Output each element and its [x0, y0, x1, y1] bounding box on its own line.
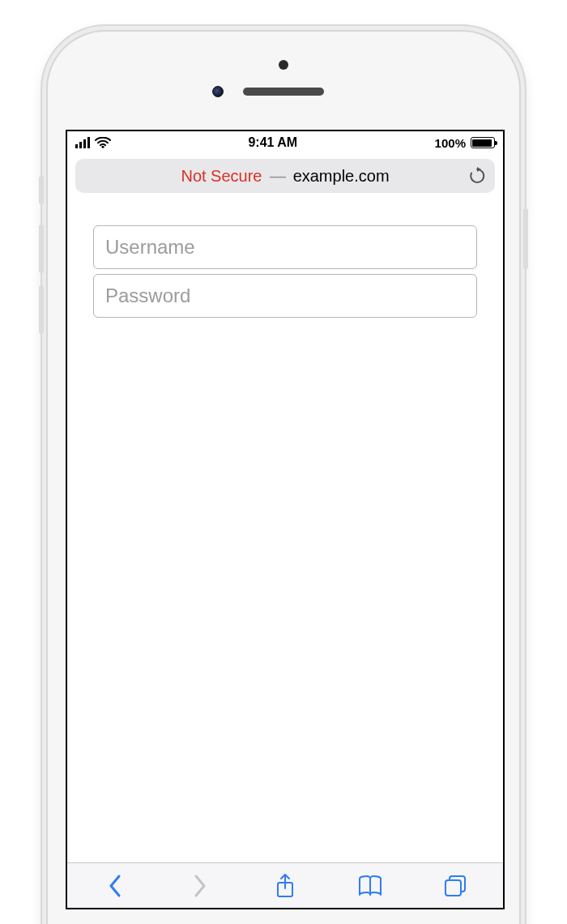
- phone-screen: 9:41 AM 100% Not Secure — example.com: [66, 130, 505, 909]
- wifi-icon: [95, 137, 111, 148]
- status-time: 9:41 AM: [248, 135, 297, 150]
- volume-up-button: [39, 225, 44, 273]
- web-page-content: [67, 201, 503, 347]
- forward-button[interactable]: [184, 870, 216, 902]
- share-button[interactable]: [269, 870, 301, 902]
- power-button: [523, 208, 528, 269]
- address-separator: —: [266, 167, 288, 185]
- address-bar[interactable]: Not Secure — example.com: [75, 159, 495, 193]
- password-field[interactable]: [93, 274, 477, 318]
- reload-icon: [469, 167, 485, 185]
- address-bar-text: Not Secure — example.com: [111, 167, 459, 186]
- bookmarks-button[interactable]: [354, 870, 386, 902]
- chevron-right-icon: [193, 874, 207, 898]
- reload-button[interactable]: [466, 167, 485, 185]
- svg-point-0: [102, 146, 104, 148]
- iphone-device-frame: 9:41 AM 100% Not Secure — example.com: [40, 24, 526, 924]
- battery-icon: [471, 137, 495, 148]
- proximity-sensor: [212, 86, 224, 97]
- chevron-left-icon: [108, 874, 122, 898]
- tabs-button[interactable]: [439, 870, 471, 902]
- safari-toolbar: [67, 862, 503, 908]
- tabs-icon: [443, 874, 467, 898]
- address-domain: example.com: [293, 167, 390, 185]
- mute-switch: [39, 176, 44, 204]
- back-button[interactable]: [99, 870, 131, 902]
- front-camera: [279, 60, 288, 70]
- share-icon: [275, 873, 296, 899]
- book-icon: [357, 875, 383, 897]
- security-status-label: Not Secure: [181, 167, 262, 185]
- cellular-signal-icon: [75, 137, 90, 148]
- volume-down-button: [39, 285, 44, 334]
- svg-rect-4: [446, 880, 461, 896]
- status-bar: 9:41 AM 100%: [67, 131, 503, 154]
- username-field[interactable]: [93, 225, 477, 269]
- earpiece-speaker: [243, 88, 324, 96]
- battery-percent: 100%: [435, 136, 466, 150]
